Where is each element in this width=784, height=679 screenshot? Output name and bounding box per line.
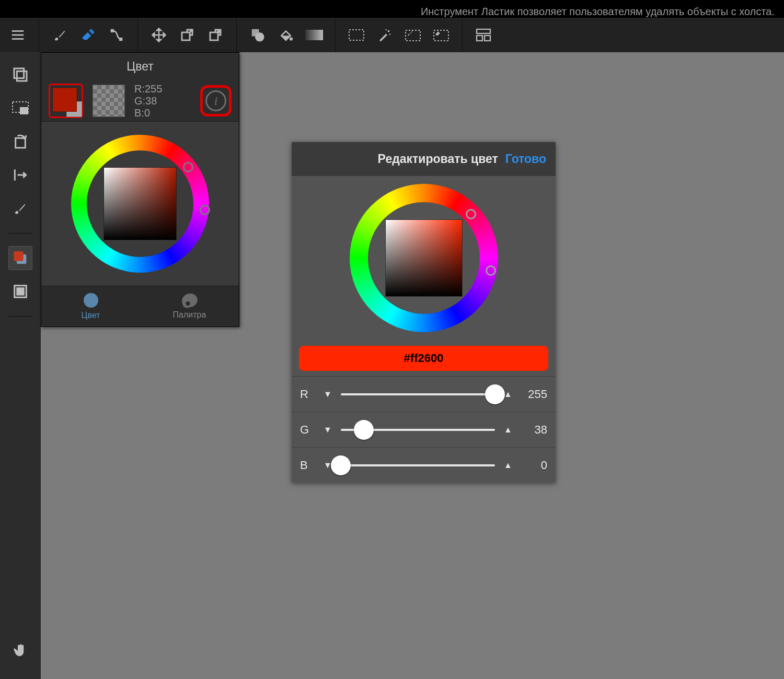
svg-rect-19 (477, 29, 490, 33)
svg-point-11 (290, 37, 293, 40)
svg-rect-23 (17, 71, 27, 81)
layers-icon[interactable] (8, 63, 32, 87)
svg-point-16 (385, 29, 387, 31)
selection-layer-icon[interactable] (8, 96, 32, 120)
r-value: 255 (521, 388, 547, 401)
palette-tab-label: Палитра (173, 310, 206, 320)
palette-tab-icon (180, 291, 199, 309)
menu-icon[interactable] (7, 25, 28, 45)
g-decrement-icon[interactable]: ▼ (322, 425, 333, 435)
hint-text: Инструмент Ластик позволяет пользователя… (5, 6, 779, 18)
move-tool-icon[interactable] (148, 25, 169, 45)
svg-rect-32 (17, 288, 24, 295)
rgb-readout: R:255 G:38 B:0 (134, 83, 191, 119)
hex-display[interactable]: #ff2600 (299, 346, 548, 371)
rgb-g: G:38 (134, 95, 191, 107)
info-icon[interactable]: i (205, 90, 226, 111)
svg-rect-25 (20, 107, 28, 114)
info-button-highlight: i (200, 85, 232, 116)
fill-tool-icon[interactable] (275, 25, 296, 45)
svg-rect-21 (485, 36, 490, 41)
svg-rect-20 (477, 36, 482, 41)
svg-rect-29 (14, 251, 23, 261)
b-label: B (300, 459, 315, 472)
svg-rect-26 (16, 138, 26, 148)
color-swatches-icon[interactable] (8, 246, 32, 270)
transparency-swatch[interactable] (93, 85, 125, 117)
color-panel-title: Цвет (41, 53, 239, 80)
scale-down-icon[interactable] (205, 25, 226, 45)
left-sidebar (0, 52, 41, 679)
marquee-select-icon[interactable] (346, 25, 367, 45)
done-button[interactable]: Готово (505, 152, 546, 166)
r-slider[interactable] (341, 393, 495, 395)
color-panel: Цвет R:255 G:38 B:0 i Цвет (41, 52, 239, 327)
svg-rect-7 (182, 32, 190, 40)
brush-tool-icon[interactable] (50, 25, 71, 45)
canvas-settings-icon[interactable] (8, 279, 32, 303)
gradient-tool-icon[interactable] (304, 25, 325, 45)
layout-icon[interactable] (473, 25, 494, 45)
pan-hand-icon[interactable] (8, 638, 32, 662)
rotate-icon[interactable] (8, 130, 32, 154)
edit-color-panel: Редактировать цвет Готово #ff2600 R ▼ ▲ … (292, 142, 556, 483)
svg-rect-3 (111, 29, 114, 32)
shapes-tool-icon[interactable] (247, 25, 268, 45)
edit-color-title: Редактировать цвет (378, 152, 498, 166)
rgb-r: R:255 (134, 83, 191, 95)
color-tab-icon (84, 293, 98, 308)
g-slider-row: G ▼ ▲ 38 (292, 412, 556, 447)
color-tab[interactable]: Цвет (41, 286, 140, 326)
svg-rect-22 (14, 68, 24, 78)
align-icon[interactable] (8, 163, 32, 187)
svg-rect-8 (210, 32, 218, 40)
scale-up-icon[interactable] (177, 25, 198, 45)
top-toolbar (0, 18, 784, 52)
r-decrement-icon[interactable]: ▼ (322, 390, 333, 399)
foreground-background-swatch[interactable] (49, 84, 83, 118)
erase-select-icon[interactable] (431, 25, 452, 45)
b-slider[interactable] (341, 464, 495, 466)
g-slider[interactable] (341, 429, 495, 431)
palette-tab[interactable]: Палитра (140, 286, 239, 326)
r-label: R (300, 388, 315, 401)
rgb-b: B:0 (134, 107, 191, 119)
b-slider-row: B ▼ ▲ 0 (292, 447, 556, 483)
svg-rect-13 (349, 30, 364, 40)
svg-rect-12 (305, 30, 323, 40)
hint-bar: Инструмент Ластик позволяет пользователя… (0, 0, 784, 18)
brush-select-icon[interactable] (402, 25, 423, 45)
magic-wand-icon[interactable] (374, 25, 395, 45)
color-wheel-large[interactable] (292, 176, 556, 340)
g-increment-icon[interactable]: ▲ (502, 425, 514, 435)
color-wheel-small[interactable] (41, 122, 239, 286)
brush-settings-icon[interactable] (8, 196, 32, 220)
g-value: 38 (521, 423, 547, 437)
svg-point-14 (388, 30, 390, 32)
eraser-tool-icon[interactable] (78, 25, 99, 45)
path-tool-icon[interactable] (106, 25, 127, 45)
r-slider-row: R ▼ ▲ 255 (292, 376, 556, 412)
svg-point-15 (389, 34, 391, 36)
color-tab-label: Цвет (82, 311, 100, 320)
b-increment-icon[interactable]: ▲ (502, 461, 514, 470)
svg-point-10 (255, 32, 264, 42)
g-label: G (300, 423, 315, 437)
b-value: 0 (521, 459, 547, 472)
